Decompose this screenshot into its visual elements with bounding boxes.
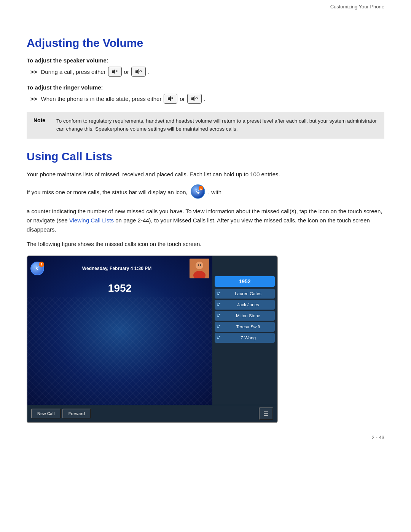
period-ringer: . [204, 96, 206, 102]
note-label: Note [33, 117, 49, 123]
para2-end-text: , with [208, 189, 221, 195]
speaker-instruction-row: >> During a call, press either or . [30, 67, 384, 77]
menu-button[interactable]: ☰ [259, 407, 273, 420]
phone-contact-wong[interactable]: Z Wong [215, 333, 275, 343]
svg-marker-0 [112, 69, 115, 74]
phone-date-time: Wednesday, February 4 1:30 PM [44, 266, 190, 271]
phone-bottom-bar: New Call Forward ☰ [27, 405, 277, 422]
svg-point-16 [200, 264, 201, 266]
phone-contact-lauren[interactable]: Lauren Gates [215, 289, 275, 299]
viewing-call-lists-link[interactable]: Viewing Call Lists [69, 217, 114, 224]
svg-marker-4 [168, 96, 171, 101]
missed-calls-icon-inline: 1 [191, 184, 205, 201]
svg-marker-3 [135, 69, 139, 74]
phone-top-bar: Wednesday, February 4 1:30 PM [27, 256, 212, 281]
new-call-button[interactable]: New Call [31, 409, 61, 419]
page-title: Adjusting the Volume [27, 37, 384, 50]
volume-down-btn [108, 67, 122, 77]
phone-contact-jack[interactable]: Jack Jones [215, 300, 275, 310]
note-block: Note To conform to regulatory requiremen… [27, 112, 384, 139]
contact-name-lauren: Lauren Gates [223, 291, 273, 296]
volume-up-btn [131, 67, 146, 77]
phone-contact-1952[interactable]: 1952 [215, 276, 275, 287]
speaker-or-text: or [124, 69, 129, 75]
contact-name-milton: Milton Stone [223, 313, 273, 318]
phone-contact-milton[interactable]: Milton Stone [215, 311, 275, 321]
phone-contact-list: 1952 Lauren Gates Jack Jones [212, 256, 277, 405]
adjust-volume-section: To adjust the speaker volume: >> During … [27, 57, 384, 104]
speaker-label: To adjust the speaker volume: [27, 57, 384, 64]
speaker-instruction-text: During a call, press either [41, 69, 106, 75]
phone-left-panel: Wednesday, February 4 1:30 PM 1952 [27, 256, 212, 405]
contact-name-1952: 1952 [239, 278, 250, 284]
phone-number-display: 1952 [27, 281, 212, 297]
section2-para3: a counter indicating the number of new m… [27, 207, 384, 234]
header-right: Customizing Your Phone [0, 0, 411, 10]
page-number: 2 - 43 [0, 435, 411, 452]
note-text: To conform to regulatory requirements, h… [56, 117, 378, 133]
ringer-down-btn [164, 94, 177, 104]
section2-para1: Your phone maintains lists of missed, re… [27, 170, 384, 179]
ringer-instruction-text: When the phone is in the idle state, pre… [41, 96, 162, 102]
section2-para4: The following figure shows the missed ca… [27, 240, 384, 249]
section2-title: Using Call Lists [27, 150, 384, 163]
arrow-marker-speaker: >> [30, 69, 37, 75]
phone-screen-mockup: Wednesday, February 4 1:30 PM 1952 [27, 256, 278, 423]
arrow-marker-ringer: >> [30, 96, 37, 102]
ringer-instruction-row: >> When the phone is in the idle state, … [30, 94, 384, 104]
contact-name-teresa: Teresa Swift [223, 324, 273, 329]
top-rule [23, 25, 388, 25]
svg-marker-7 [191, 96, 194, 101]
ringer-or-text: or [180, 96, 185, 102]
forward-button[interactable]: Forward [62, 409, 91, 419]
svg-text:1: 1 [200, 187, 202, 190]
ringer-up-btn [187, 94, 202, 104]
contact-name-jack: Jack Jones [223, 302, 273, 307]
phone-avatar [190, 259, 209, 278]
contact-name-wong: Z Wong [223, 335, 273, 340]
period-speaker: . [148, 69, 150, 75]
ringer-label: To adjust the ringer volume: [27, 84, 384, 91]
svg-point-14 [196, 262, 203, 269]
header-label: Customizing Your Phone [330, 4, 384, 10]
svg-point-15 [198, 264, 199, 266]
phone-screen-inner: Wednesday, February 4 1:30 PM 1952 [27, 256, 277, 405]
para2-start-text: If you miss one or more calls, the statu… [27, 189, 188, 195]
phone-missed-icon [30, 262, 44, 275]
phone-pattern [27, 297, 212, 405]
section2-para2: If you miss one or more calls, the statu… [27, 184, 384, 201]
phone-contact-teresa[interactable]: Teresa Swift [215, 322, 275, 332]
